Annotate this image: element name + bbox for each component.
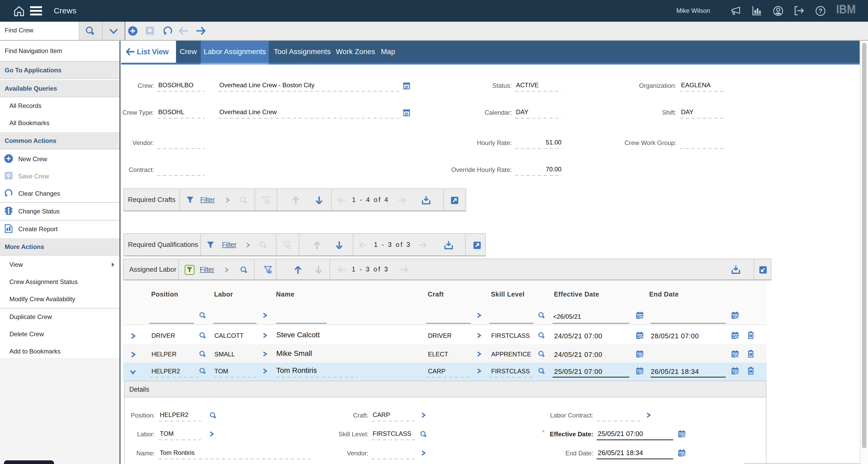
svg-text:IBM: IBM [836,5,856,13]
svg-text:?: ? [819,7,823,14]
